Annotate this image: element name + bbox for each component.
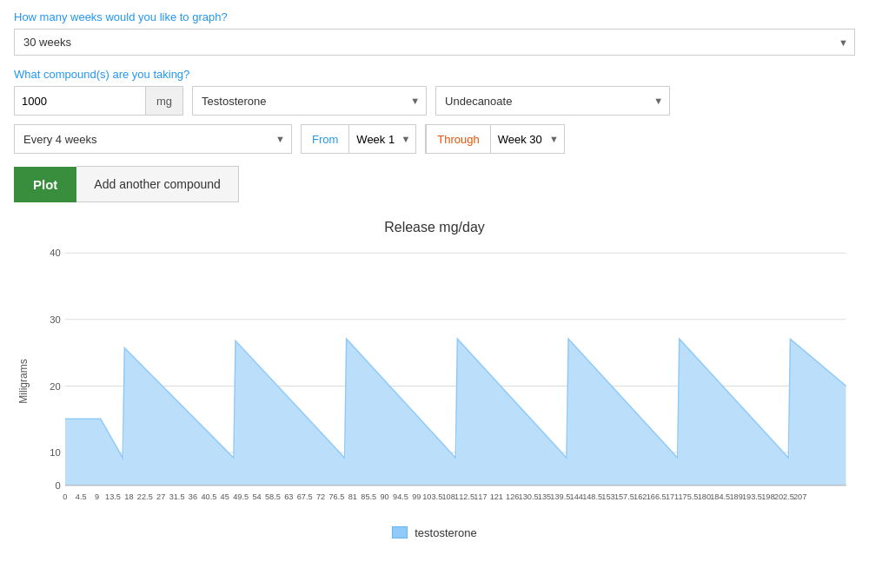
svg-text:67.5: 67.5: [297, 492, 313, 501]
dose-unit-label: mg: [145, 87, 182, 115]
frequency-row: Every 4 weeks Every week Every 2 weeks E…: [14, 124, 855, 154]
svg-text:175.5: 175.5: [678, 492, 698, 501]
svg-text:4.5: 4.5: [76, 492, 87, 501]
svg-marker-12: [65, 339, 846, 486]
chart-legend: testosterone: [14, 526, 855, 539]
svg-text:144: 144: [570, 492, 583, 501]
through-select[interactable]: Week 30 Week 10 Week 20 Week 40 Week 52: [491, 133, 564, 146]
svg-text:13.5: 13.5: [105, 492, 121, 501]
frequency-select[interactable]: Every 4 weeks Every week Every 2 weeks E…: [14, 124, 292, 154]
svg-text:54: 54: [252, 492, 261, 501]
svg-text:121: 121: [490, 492, 503, 501]
from-label: From: [302, 125, 349, 153]
svg-text:90: 90: [380, 492, 388, 501]
chart-area: Release mg/day Miligrams 40 30 20 10 0: [14, 220, 855, 548]
plot-button[interactable]: Plot: [14, 167, 76, 202]
svg-text:166.5: 166.5: [647, 492, 667, 501]
svg-text:10: 10: [50, 447, 60, 458]
svg-text:126: 126: [506, 492, 519, 501]
dose-input-wrapper: mg: [14, 86, 183, 116]
frequency-select-wrapper: Every 4 weeks Every week Every 2 weeks E…: [14, 124, 292, 154]
from-select[interactable]: Week 1 Week 2 Week 3 Week 4 Week 5: [349, 133, 415, 146]
ester-select-wrapper: Undecanoate Enanthate Cypionate Propiona…: [435, 86, 670, 116]
compound-row: mg Testosterone Estradiol Nandrolone Tre…: [14, 86, 855, 116]
svg-text:202.5: 202.5: [774, 492, 794, 501]
svg-text:162: 162: [634, 492, 647, 501]
svg-text:76.5: 76.5: [328, 492, 344, 501]
svg-text:193.5: 193.5: [742, 492, 762, 501]
svg-text:112.5: 112.5: [454, 492, 474, 501]
svg-text:198: 198: [761, 492, 774, 501]
from-wrapper: From Week 1 Week 2 Week 3 Week 4 Week 5 …: [301, 124, 416, 154]
dose-input[interactable]: [15, 87, 145, 115]
compound-select-wrapper: Testosterone Estradiol Nandrolone Trenbo…: [192, 86, 427, 116]
svg-text:0: 0: [63, 492, 67, 501]
svg-text:135: 135: [538, 492, 551, 501]
svg-text:108: 108: [441, 492, 454, 501]
chart-inner: 40 30 20 10 0: [30, 244, 855, 519]
y-axis-label: Miligrams: [14, 244, 30, 519]
svg-text:22.5: 22.5: [137, 492, 153, 501]
svg-text:180: 180: [698, 492, 711, 501]
svg-text:157.5: 157.5: [614, 492, 634, 501]
svg-text:99: 99: [412, 492, 421, 501]
legend-label: testosterone: [415, 526, 477, 539]
svg-text:85.5: 85.5: [361, 492, 376, 501]
svg-text:45: 45: [221, 492, 229, 501]
svg-text:9: 9: [95, 492, 99, 501]
svg-text:40.5: 40.5: [201, 492, 216, 501]
svg-text:40: 40: [50, 248, 60, 258]
svg-text:130.5: 130.5: [519, 492, 539, 501]
svg-text:184.5: 184.5: [710, 492, 730, 501]
through-select-container: Week 30 Week 10 Week 20 Week 40 Week 52 …: [491, 133, 564, 146]
compound-select[interactable]: Testosterone Estradiol Nandrolone Trenbo…: [192, 86, 427, 116]
svg-text:117: 117: [474, 492, 487, 501]
through-label: Through: [426, 125, 490, 153]
weeks-select[interactable]: 30 weeks 10 weeks 20 weeks 40 weeks 52 w…: [14, 29, 855, 56]
button-row: Plot Add another compound: [14, 166, 855, 202]
chart-container: Miligrams 40 30 20 10 0: [14, 244, 855, 519]
through-wrapper: Through Week 30 Week 10 Week 20 Week 40 …: [425, 124, 564, 154]
svg-text:30: 30: [50, 314, 60, 325]
svg-text:148.5: 148.5: [582, 492, 602, 501]
svg-text:94.5: 94.5: [393, 492, 408, 501]
svg-text:31.5: 31.5: [169, 492, 185, 501]
svg-text:0: 0: [56, 480, 61, 491]
svg-text:58.5: 58.5: [265, 492, 281, 501]
svg-text:139.5: 139.5: [550, 492, 570, 501]
svg-text:49.5: 49.5: [233, 492, 249, 501]
chart-title: Release mg/day: [14, 220, 855, 235]
svg-text:103.5: 103.5: [422, 492, 442, 501]
svg-text:63: 63: [284, 492, 293, 501]
compound-question-label: What compound(s) are you taking?: [14, 68, 855, 81]
svg-text:36: 36: [189, 492, 197, 501]
svg-text:27: 27: [156, 492, 165, 501]
legend-color-box: [392, 526, 408, 538]
svg-text:18: 18: [124, 492, 133, 501]
svg-text:153: 153: [601, 492, 614, 501]
chart-svg: 40 30 20 10 0: [30, 244, 855, 519]
svg-text:72: 72: [316, 492, 325, 501]
svg-text:171: 171: [666, 492, 679, 501]
ester-select[interactable]: Undecanoate Enanthate Cypionate Propiona…: [435, 86, 670, 116]
from-select-container: Week 1 Week 2 Week 3 Week 4 Week 5 ▼: [349, 133, 415, 146]
svg-text:81: 81: [348, 492, 357, 501]
add-compound-button[interactable]: Add another compound: [76, 166, 239, 202]
svg-text:189: 189: [729, 492, 742, 501]
svg-text:20: 20: [50, 381, 60, 392]
svg-text:207: 207: [793, 492, 806, 501]
weeks-question-label: How many weeks would you like to graph?: [14, 10, 855, 23]
